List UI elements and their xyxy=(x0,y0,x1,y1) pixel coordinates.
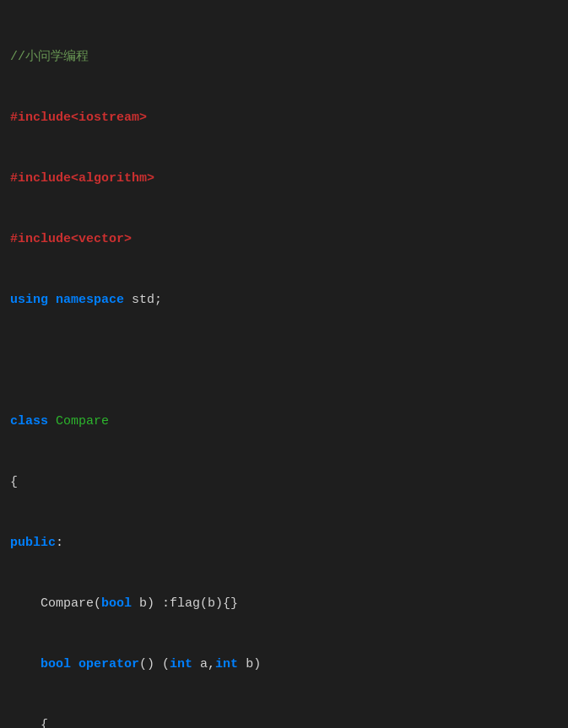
line-2: #include<iostream> xyxy=(10,108,558,128)
line-9: public: xyxy=(10,533,558,553)
public-label: public xyxy=(10,536,56,550)
line-1: //小问学编程 xyxy=(10,47,558,67)
using-keyword: using xyxy=(10,293,48,307)
include-vector: #include<vector> xyxy=(10,232,132,246)
line-blank-1 xyxy=(10,351,558,371)
line-7: class Compare xyxy=(10,412,558,432)
line-8: { xyxy=(10,472,558,493)
code-block: //小问学编程 #include<iostream> #include<algo… xyxy=(10,7,558,728)
line-12: { xyxy=(10,715,558,728)
comment-1: //小问学编程 xyxy=(10,50,89,64)
include-iostream: #include<iostream> xyxy=(10,111,147,125)
class-keyword: class xyxy=(10,414,48,429)
line-3: #include<algorithm> xyxy=(10,169,558,189)
line-11: bool operator() (int a,int b) xyxy=(10,655,558,675)
line-5: using namespace std; xyxy=(10,290,558,310)
line-4: #include<vector> xyxy=(10,229,558,250)
line-10: Compare(bool b) :flag(b){} xyxy=(10,594,558,614)
class-name: Compare xyxy=(56,414,109,429)
include-algorithm: #include<algorithm> xyxy=(10,171,154,186)
